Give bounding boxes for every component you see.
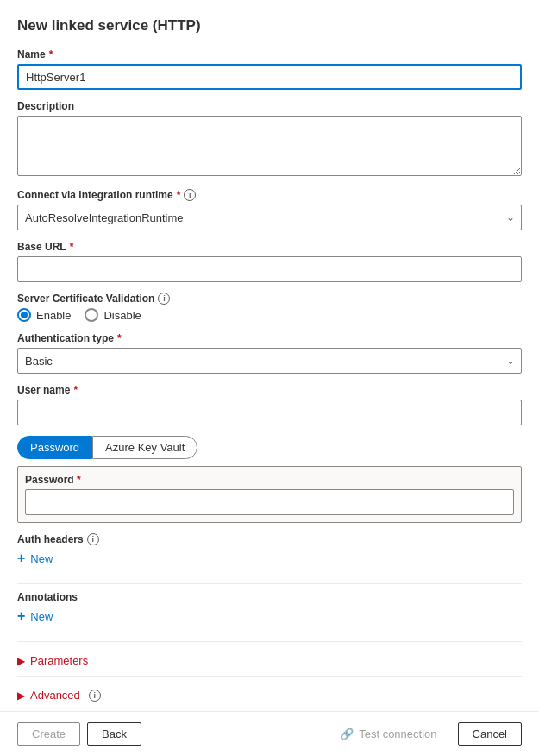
name-label: Name *: [17, 48, 522, 60]
enable-radio-text: Enable: [36, 309, 71, 322]
auth-headers-info-icon[interactable]: i: [87, 533, 99, 545]
name-field-group: Name *: [17, 48, 522, 90]
runtime-label: Connect via integration runtime * i: [17, 189, 522, 201]
parameters-collapsible[interactable]: ▶ Parameters: [17, 649, 522, 672]
test-connection-icon: 🔗: [340, 728, 354, 740]
password-tab[interactable]: Password: [17, 436, 92, 459]
runtime-required: *: [177, 189, 181, 201]
base-url-required: *: [70, 241, 74, 253]
annotations-new-label: New: [30, 610, 53, 623]
password-inner-label: Password *: [25, 474, 514, 486]
base-url-label: Base URL *: [17, 241, 522, 253]
auth-type-select-wrapper: Basic Anonymous ⌄: [17, 348, 522, 374]
password-input[interactable]: [25, 489, 514, 515]
footer-bar: Create Back 🔗 Test connection Cancel: [0, 711, 539, 756]
name-input[interactable]: [17, 64, 522, 90]
test-connection-button: 🔗 Test connection: [326, 723, 450, 745]
auth-type-select[interactable]: Basic Anonymous: [17, 348, 522, 374]
auth-type-required: *: [117, 332, 122, 344]
divider-2: [17, 641, 522, 642]
server-cert-field-group: Server Certificate Validation i Enable D…: [17, 293, 522, 322]
username-input[interactable]: [17, 400, 522, 425]
advanced-collapsible[interactable]: ▶ Advanced i: [17, 684, 522, 707]
password-box: Password *: [17, 466, 522, 523]
divider-1: [17, 583, 522, 584]
auth-headers-plus-icon: +: [17, 551, 25, 566]
parameters-chevron-icon: ▶: [17, 655, 25, 667]
enable-radio-icon: [17, 308, 31, 322]
auth-headers-new-button[interactable]: + New: [17, 551, 522, 566]
cancel-button[interactable]: Cancel: [458, 722, 522, 746]
disable-radio-text: Disable: [103, 309, 141, 322]
annotations-label: Annotations: [17, 591, 522, 603]
base-url-input[interactable]: [17, 256, 522, 282]
password-required: *: [77, 474, 81, 486]
disable-radio-icon: [85, 308, 98, 322]
runtime-select-wrapper: AutoResolveIntegrationRuntime ⌄: [17, 205, 522, 230]
username-required: *: [73, 384, 78, 396]
annotations-new-button[interactable]: + New: [17, 608, 522, 624]
description-label: Description: [17, 100, 522, 112]
username-field-group: User name *: [17, 384, 522, 425]
auth-type-label: Authentication type *: [17, 332, 522, 344]
test-connection-label: Test connection: [359, 728, 436, 740]
azure-key-vault-tab[interactable]: Azure Key Vault: [92, 436, 197, 459]
name-required: *: [49, 48, 53, 60]
base-url-field-group: Base URL *: [17, 241, 522, 282]
description-field-group: Description: [17, 100, 522, 179]
password-tab-group: Password Azure Key Vault: [17, 436, 522, 459]
annotations-section: Annotations + New: [17, 591, 522, 627]
description-input[interactable]: [17, 116, 522, 176]
create-button[interactable]: Create: [17, 722, 80, 746]
runtime-field-group: Connect via integration runtime * i Auto…: [17, 189, 522, 230]
parameters-label: Parameters: [30, 654, 88, 667]
back-button[interactable]: Back: [87, 722, 141, 746]
auth-headers-section: Auth headers i + New: [17, 533, 522, 570]
annotations-plus-icon: +: [17, 608, 25, 624]
page-title: New linked service (HTTP): [17, 17, 522, 35]
server-cert-info-icon[interactable]: i: [158, 293, 170, 305]
advanced-chevron-icon: ▶: [17, 690, 25, 702]
runtime-select[interactable]: AutoResolveIntegrationRuntime: [17, 205, 522, 230]
username-label: User name *: [17, 384, 522, 396]
runtime-info-icon[interactable]: i: [184, 189, 196, 201]
enable-radio-label[interactable]: Enable: [17, 308, 71, 322]
divider-3: [17, 676, 522, 677]
server-cert-radio-group: Enable Disable: [17, 308, 522, 322]
advanced-info-icon[interactable]: i: [89, 690, 101, 702]
auth-headers-label: Auth headers i: [17, 533, 522, 545]
server-cert-label: Server Certificate Validation i: [17, 293, 522, 305]
advanced-label: Advanced: [30, 689, 80, 702]
auth-headers-new-label: New: [30, 552, 53, 565]
password-section: Password Azure Key Vault Password *: [17, 436, 522, 523]
disable-radio-label[interactable]: Disable: [85, 308, 141, 322]
auth-type-field-group: Authentication type * Basic Anonymous ⌄: [17, 332, 522, 374]
